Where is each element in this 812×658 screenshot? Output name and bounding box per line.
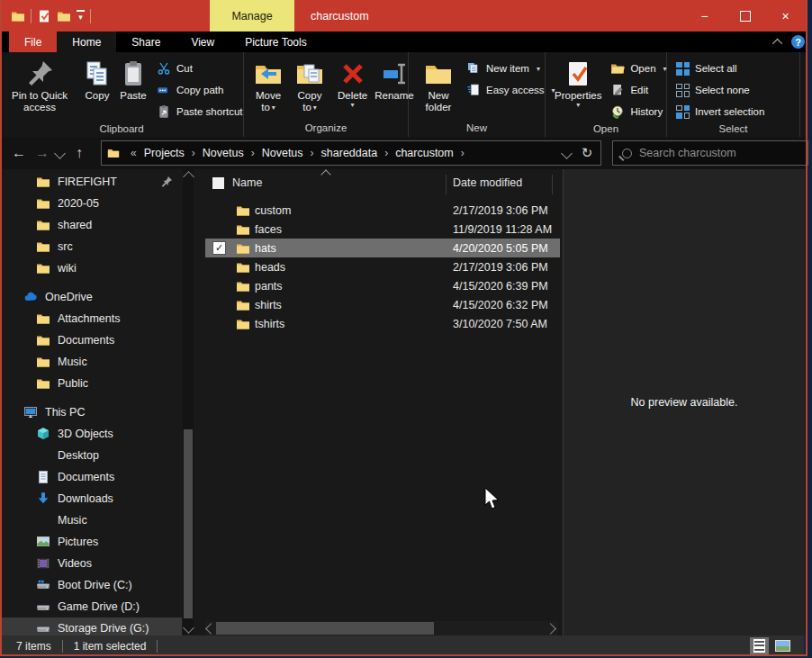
sidebar-item[interactable]: 2020-05 bbox=[2, 193, 182, 214]
sidebar-item[interactable]: 3D Objects bbox=[2, 423, 182, 445]
breadcrumb-item[interactable]: Novetus bbox=[201, 147, 246, 159]
scrollbar-thumb[interactable] bbox=[216, 622, 434, 635]
address-bar[interactable]: « Projects›Novetus›Novetus›shareddata›ch… bbox=[101, 140, 581, 166]
horizontal-scrollbar[interactable] bbox=[205, 621, 558, 635]
search-box[interactable]: Search charcustom bbox=[612, 140, 808, 166]
sidebar-item[interactable]: Boot Drive (C:) bbox=[2, 574, 182, 596]
sidebar-item[interactable]: shared bbox=[2, 214, 182, 236]
maximize-button[interactable] bbox=[725, 0, 765, 32]
tab-share[interactable]: Share bbox=[116, 32, 176, 52]
new-folder-button[interactable]: New folder bbox=[416, 56, 461, 113]
open-button[interactable]: Open▾ bbox=[605, 58, 672, 79]
sidebar-item[interactable]: Attachments bbox=[2, 308, 182, 329]
tab-picture-tools[interactable]: Picture Tools bbox=[230, 32, 321, 52]
breadcrumb-collapsed-marker[interactable]: « bbox=[125, 147, 142, 159]
scroll-down-icon[interactable] bbox=[183, 622, 194, 634]
sidebar-item[interactable]: Documents bbox=[2, 466, 182, 488]
history-button[interactable]: History bbox=[605, 101, 672, 122]
breadcrumb-separator-icon[interactable]: › bbox=[305, 147, 320, 159]
sidebar-scrollbar[interactable] bbox=[183, 169, 194, 634]
invert-selection-button[interactable]: Invert selection bbox=[671, 101, 770, 122]
breadcrumb-item[interactable]: shareddata bbox=[320, 147, 380, 159]
sidebar-item[interactable]: Public bbox=[2, 373, 182, 394]
breadcrumb-item[interactable]: Novetus bbox=[260, 147, 305, 159]
move-to-button[interactable]: Move to▾ bbox=[248, 56, 289, 113]
sidebar-item[interactable]: Desktop bbox=[2, 445, 182, 466]
column-header-name[interactable]: Name bbox=[232, 176, 262, 189]
cut-button[interactable]: Cut bbox=[151, 58, 248, 79]
paste-shortcut-button[interactable]: Paste shortcut bbox=[151, 101, 248, 122]
breadcrumb-separator-icon[interactable]: › bbox=[456, 147, 470, 159]
breadcrumb-item[interactable]: Projects bbox=[142, 147, 186, 159]
sidebar-item[interactable]: FIREFIGHT bbox=[2, 171, 182, 193]
file-row[interactable]: pants 4/15/2020 6:39 PM bbox=[205, 276, 560, 295]
sidebar-item[interactable]: Pictures bbox=[2, 531, 182, 553]
breadcrumb-separator-icon[interactable]: › bbox=[379, 147, 393, 159]
copy-path-button[interactable]: Copy path bbox=[151, 79, 248, 101]
copy-button[interactable]: Copy bbox=[79, 56, 115, 102]
sidebar-item[interactable]: Storage Drive (G:) bbox=[2, 617, 182, 635]
sidebar-item[interactable]: This PC bbox=[2, 401, 182, 423]
file-row[interactable]: ✓ hats 4/20/2020 5:05 PM bbox=[205, 239, 560, 257]
column-divider[interactable] bbox=[446, 175, 447, 194]
minimize-button[interactable]: − bbox=[684, 0, 725, 32]
sidebar-item[interactable]: Music bbox=[2, 509, 182, 531]
select-all-checkbox[interactable] bbox=[212, 177, 224, 189]
file-row[interactable]: faces 11/9/2019 11:28 AM bbox=[205, 220, 560, 239]
delete-button[interactable]: Delete ▾ bbox=[334, 56, 371, 109]
breadcrumb-separator-icon[interactable]: › bbox=[246, 147, 260, 159]
help-icon[interactable]: ? bbox=[791, 35, 805, 49]
select-all-button[interactable]: Select all bbox=[671, 58, 770, 79]
folder-icon[interactable] bbox=[57, 9, 71, 23]
folder-icon bbox=[36, 333, 50, 347]
recent-locations-icon[interactable] bbox=[54, 148, 66, 159]
address-dropdown-icon[interactable] bbox=[561, 148, 573, 159]
sidebar-item[interactable]: OneDrive bbox=[2, 286, 182, 308]
tab-file[interactable]: File bbox=[9, 32, 57, 52]
sidebar-item[interactable]: Downloads bbox=[2, 488, 182, 509]
paste-button[interactable]: Paste bbox=[115, 56, 151, 102]
tab-home[interactable]: Home bbox=[57, 32, 116, 52]
breadcrumb-separator-icon[interactable]: › bbox=[186, 147, 201, 159]
row-checkbox[interactable]: ✓ bbox=[212, 241, 226, 255]
column-header-date-modified[interactable]: Date modified bbox=[453, 176, 522, 189]
folder-icon bbox=[236, 279, 250, 293]
sidebar-item[interactable]: Game Drive (D:) bbox=[2, 596, 182, 617]
explorer-window: ▾ Manage charcustom − × File Home Share … bbox=[0, 0, 812, 658]
ribbon-group-organize: Move to▾ Copy to▾ Delete ▾ Rename Organi… bbox=[244, 52, 409, 137]
scroll-right-icon[interactable] bbox=[545, 623, 556, 635]
up-button[interactable]: ↑ bbox=[68, 145, 91, 161]
forward-button[interactable]: → bbox=[31, 145, 54, 161]
column-divider[interactable] bbox=[552, 175, 553, 194]
sidebar-item[interactable]: Music bbox=[2, 351, 182, 373]
thumbnails-view-button[interactable] bbox=[773, 637, 792, 654]
tab-view[interactable]: View bbox=[176, 32, 230, 52]
tab-manage[interactable]: Manage bbox=[210, 0, 294, 32]
sidebar-item[interactable]: Documents bbox=[2, 329, 182, 351]
picture-icon bbox=[36, 535, 50, 549]
file-row[interactable]: custom 2/17/2019 3:06 PM bbox=[205, 201, 560, 220]
sidebar-item[interactable]: Videos bbox=[2, 553, 182, 574]
pin-to-quick-access-button[interactable]: Pin to Quick access bbox=[0, 56, 79, 113]
file-name: faces bbox=[255, 223, 282, 236]
breadcrumb-item[interactable]: charcustom bbox=[393, 147, 456, 159]
edit-button[interactable]: Edit bbox=[605, 79, 672, 101]
details-view-button[interactable] bbox=[750, 637, 769, 654]
sidebar-item[interactable]: wiki bbox=[2, 257, 182, 279]
properties-button[interactable]: Properties ▾ bbox=[551, 56, 605, 109]
select-none-button[interactable]: Select none bbox=[671, 79, 770, 101]
file-row[interactable]: heads 2/17/2019 3:06 PM bbox=[205, 257, 560, 276]
folder-icon[interactable] bbox=[11, 9, 25, 23]
properties-checkmark-icon[interactable] bbox=[37, 9, 51, 23]
copy-to-button[interactable]: Copy to▾ bbox=[289, 56, 330, 113]
file-row[interactable]: tshirts 3/10/2020 7:50 AM bbox=[205, 314, 560, 333]
refresh-button[interactable]: ↻ bbox=[573, 140, 601, 166]
scrollbar-thumb[interactable] bbox=[184, 429, 193, 618]
scroll-up-icon[interactable] bbox=[183, 171, 194, 183]
sidebar-item[interactable]: src bbox=[2, 236, 182, 257]
back-button[interactable]: ← bbox=[7, 145, 31, 161]
scroll-left-icon[interactable] bbox=[205, 623, 217, 635]
qat-customize-dropdown-icon[interactable]: ▾ bbox=[77, 10, 85, 22]
close-button[interactable]: × bbox=[765, 0, 806, 32]
file-row[interactable]: shirts 4/15/2020 6:32 PM bbox=[205, 295, 560, 314]
